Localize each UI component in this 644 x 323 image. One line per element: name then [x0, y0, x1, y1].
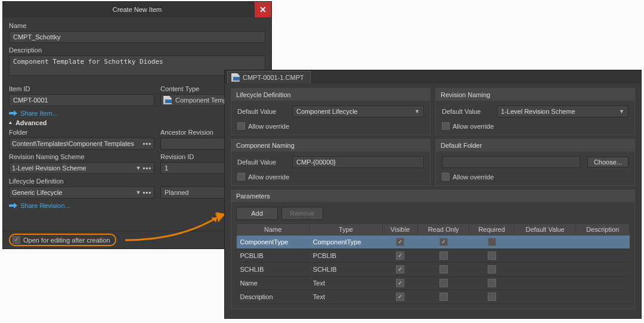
share-icon: [9, 110, 17, 117]
table-row[interactable]: NameText: [237, 277, 630, 290]
default-value-label: Default Value: [237, 159, 285, 166]
checkbox-icon[interactable]: [439, 238, 448, 246]
choose-button[interactable]: Choose...: [587, 157, 628, 167]
component-allow-override-checkbox[interactable]: Allow override: [237, 173, 424, 181]
name-label: Name: [9, 22, 265, 29]
parameters-table: NameTypeVisibleRead OnlyRequiredDefault …: [236, 223, 630, 304]
lifecycle-combo[interactable]: Generic Lifecycle ▼ •••: [9, 187, 154, 198]
revision-allow-override-checkbox[interactable]: Allow override: [442, 122, 628, 130]
open-for-editing-checkbox[interactable]: Open for editing after creation: [13, 236, 110, 244]
ellipsis-icon: •••: [143, 164, 151, 172]
table-header[interactable]: Name: [237, 224, 309, 235]
table-header[interactable]: Required: [469, 224, 514, 235]
advanced-label: Advanced: [16, 119, 47, 126]
chevron-down-icon: ▼: [136, 190, 141, 195]
checkbox-icon[interactable]: [439, 293, 448, 301]
revision-scheme-label: Revision Naming Scheme: [9, 153, 154, 160]
checkbox-icon: [13, 236, 20, 244]
item-id-input[interactable]: [9, 94, 154, 106]
share-icon: [9, 202, 17, 209]
group-header: Revision Naming: [436, 89, 634, 101]
revision-scheme-combo[interactable]: 1-Level Revision Scheme ▼ •••: [9, 162, 154, 174]
ellipsis-icon: •••: [143, 140, 151, 147]
folder-label: Folder: [9, 129, 154, 136]
lifecycle-default-dropdown[interactable]: Component Lifecycle ▼: [292, 105, 424, 117]
default-value-label: Default Value: [237, 108, 285, 115]
default-folder-input[interactable]: [442, 156, 580, 168]
close-button[interactable]: ✕: [255, 2, 271, 17]
checkbox-icon: [237, 173, 245, 181]
checkbox-icon[interactable]: [396, 238, 404, 246]
revision-naming-dropdown[interactable]: 1-Level Revision Scheme ▼: [497, 105, 628, 117]
table-row[interactable]: SCHLIBSCHLIB: [237, 263, 630, 277]
group-header: Default Folder: [436, 139, 634, 151]
default-folder-group: Default Folder Choose... Allow override: [435, 139, 635, 186]
lifecycle-def-label: Lifecycle Definition: [9, 178, 154, 185]
item-id-label: Item ID: [9, 85, 154, 92]
group-header: Parameters: [231, 190, 634, 202]
parameters-group: Parameters Add Remove NameTypeVisibleRea…: [231, 190, 635, 309]
table-header[interactable]: Visible: [382, 224, 418, 235]
checkbox-icon: [237, 122, 245, 130]
checkbox-icon[interactable]: [396, 251, 404, 260]
checkbox-icon[interactable]: [488, 265, 496, 274]
document-icon: [231, 73, 240, 82]
component-naming-input[interactable]: [292, 156, 424, 168]
checkbox-icon[interactable]: [396, 279, 404, 287]
checkbox-icon[interactable]: [396, 265, 404, 274]
chevron-down-icon: ▼: [414, 108, 420, 114]
expand-icon: ▲: [8, 120, 13, 125]
table-row[interactable]: DescriptionText: [237, 290, 630, 304]
checkbox-icon: [442, 122, 450, 130]
checkbox-icon: [442, 173, 450, 181]
checkbox-icon[interactable]: [439, 265, 448, 274]
table-header[interactable]: Type: [309, 224, 382, 235]
table-header[interactable]: Read Only: [418, 224, 469, 235]
chevron-down-icon: ▼: [619, 108, 624, 114]
cmpt-editor-panel: CMPT-0001-1.CMPT Lifecycle Definition De…: [224, 70, 642, 319]
dialog-titlebar: Create New Item ✕: [3, 2, 271, 17]
name-input[interactable]: [9, 31, 265, 43]
folder-field[interactable]: Content\Templates\Component Templates ••…: [9, 138, 154, 150]
checkbox-icon[interactable]: [488, 251, 496, 260]
description-label: Description: [9, 46, 265, 54]
chevron-down-icon: ▼: [136, 165, 141, 171]
checkbox-icon[interactable]: [488, 238, 496, 246]
folder-allow-override-checkbox[interactable]: Allow override: [442, 173, 628, 181]
add-button[interactable]: Add: [236, 207, 278, 220]
component-naming-group: Component Naming Default Value Allow ove…: [231, 139, 431, 186]
remove-button[interactable]: Remove: [281, 207, 323, 220]
editor-tab[interactable]: CMPT-0001-1.CMPT: [227, 71, 311, 83]
lifecycle-allow-override-checkbox[interactable]: Allow override: [237, 122, 424, 130]
checkbox-icon[interactable]: [439, 251, 448, 260]
component-template-icon: [163, 96, 172, 104]
group-header: Component Naming: [231, 139, 430, 151]
revision-naming-group: Revision Naming Default Value 1-Level Re…: [435, 88, 635, 135]
group-header: Lifecycle Definition: [231, 89, 430, 101]
table-header[interactable]: Description: [576, 224, 630, 235]
default-value-label: Default Value: [442, 108, 490, 115]
ellipsis-icon: •••: [143, 189, 151, 196]
table-row[interactable]: PCBLIBPCBLIB: [237, 249, 630, 263]
checkbox-icon[interactable]: [396, 293, 404, 301]
checkbox-icon[interactable]: [439, 279, 448, 287]
checkbox-icon[interactable]: [488, 279, 496, 287]
table-header[interactable]: Default Value: [515, 224, 576, 235]
open-for-editing-highlight: Open for editing after creation: [9, 234, 116, 246]
table-row[interactable]: ComponentTypeComponentType: [237, 235, 630, 249]
editor-tabbar: CMPT-0001-1.CMPT: [225, 70, 641, 83]
lifecycle-definition-group: Lifecycle Definition Default Value Compo…: [231, 88, 431, 135]
checkbox-icon[interactable]: [488, 293, 496, 301]
dialog-title: Create New Item: [113, 6, 162, 13]
close-icon: ✕: [259, 5, 267, 14]
